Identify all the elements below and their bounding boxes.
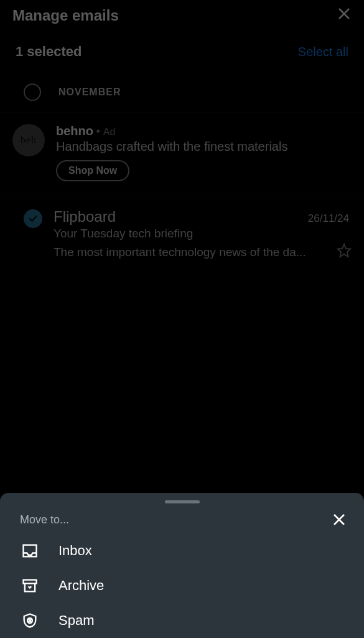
email-sender: Flipboard <box>54 208 116 226</box>
star-icon[interactable] <box>337 243 352 262</box>
drag-handle[interactable] <box>165 500 200 503</box>
sheet-title: Move to... <box>20 513 69 526</box>
subheader: 1 selected Select all <box>0 31 364 72</box>
close-icon[interactable] <box>332 512 347 527</box>
email-checkbox-checked[interactable] <box>24 209 42 228</box>
ad-text: Handbags crafted with the finest materia… <box>56 140 352 154</box>
move-to-sheet: Move to... Inbox Archive <box>0 493 364 638</box>
sheet-item-archive[interactable]: Archive <box>0 568 364 603</box>
date-label: NOVEMBER <box>58 87 121 98</box>
email-content: Flipboard 26/11/24 Your Tuesday tech bri… <box>54 208 352 262</box>
header: Manage emails <box>0 0 364 31</box>
email-subject: Your Tuesday tech briefing <box>54 227 352 240</box>
sheet-item-inbox[interactable]: Inbox <box>0 533 364 568</box>
archive-icon <box>21 577 39 594</box>
spam-icon <box>21 612 39 629</box>
ad-advertiser: behno <box>56 124 93 138</box>
ad-separator: • <box>96 125 103 138</box>
sheet-header: Move to... <box>0 512 364 533</box>
email-preview: The most important technology news of th… <box>54 245 332 259</box>
close-icon[interactable] <box>337 6 352 26</box>
sheet-item-label: Archive <box>58 578 104 594</box>
sheet-item-spam[interactable]: Spam <box>0 603 364 638</box>
select-all-button[interactable]: Select all <box>298 45 348 59</box>
selected-count: 1 selected <box>16 44 82 60</box>
inbox-icon <box>21 542 39 559</box>
date-group-header: NOVEMBER <box>0 72 364 112</box>
email-date: 26/11/24 <box>308 212 352 225</box>
select-all-month-checkbox[interactable] <box>24 83 41 101</box>
svg-marker-2 <box>338 244 350 257</box>
ad-button[interactable]: Shop Now <box>56 160 129 181</box>
ad-avatar: beh <box>12 124 45 156</box>
email-row[interactable]: Flipboard 26/11/24 Your Tuesday tech bri… <box>0 196 364 272</box>
svg-rect-6 <box>24 580 37 584</box>
ad-tag: Ad <box>103 126 116 137</box>
page-title: Manage emails <box>12 7 119 24</box>
ad-row[interactable]: beh behno • Ad Handbags crafted with the… <box>0 112 364 196</box>
sheet-item-label: Spam <box>58 612 94 629</box>
sheet-item-label: Inbox <box>58 543 92 559</box>
ad-content: behno • Ad Handbags crafted with the fin… <box>56 124 352 181</box>
